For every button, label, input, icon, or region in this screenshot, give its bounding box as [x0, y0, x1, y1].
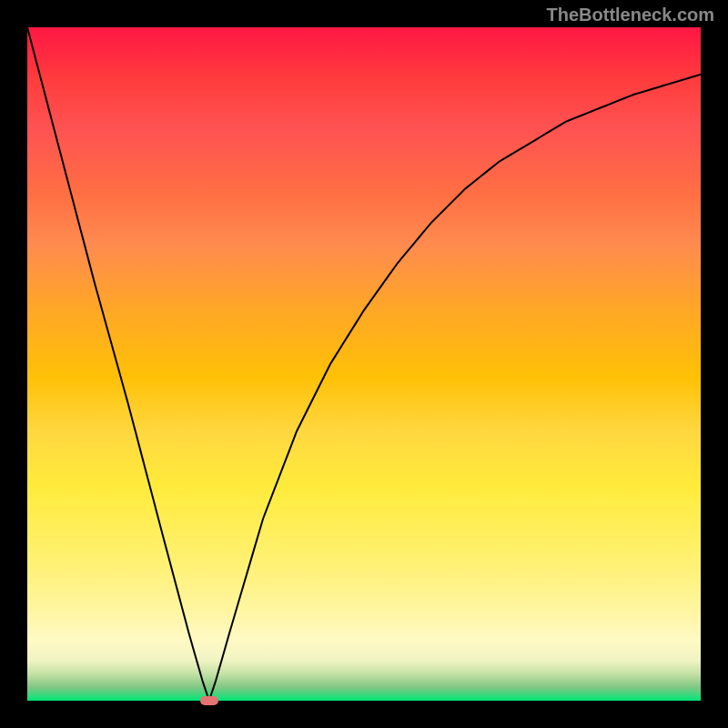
bottleneck-curve: [27, 27, 701, 701]
chart-plot-area: [27, 27, 701, 701]
optimal-point-marker: [200, 696, 218, 705]
watermark-text: TheBottleneck.com: [547, 5, 714, 25]
